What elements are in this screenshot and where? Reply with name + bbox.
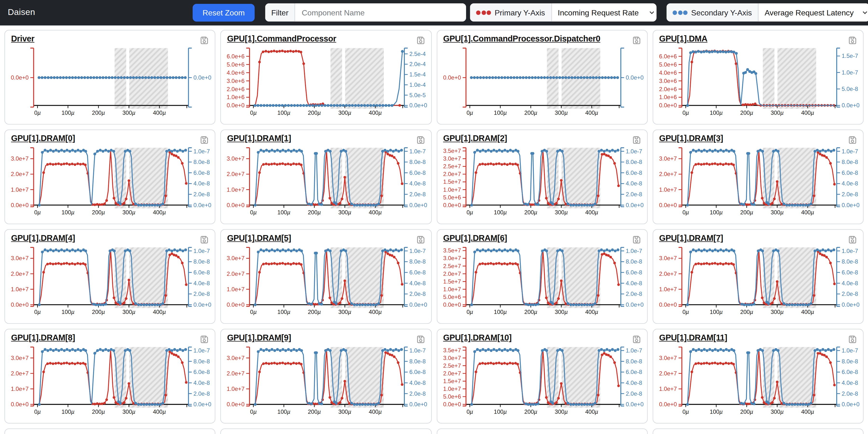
timeline-chart[interactable]: 0µ100µ200µ300µ400µ0.0e+01.0e+72.0e+73.0e…: [221, 144, 431, 224]
timeline-chart[interactable]: 0µ100µ200µ300µ400µ0.0e+00.0e+0: [437, 44, 647, 124]
svg-text:2.5e+7: 2.5e+7: [443, 163, 461, 169]
svg-text:0.0e+0: 0.0e+0: [409, 102, 427, 109]
timeline-chart[interactable]: 0µ100µ200µ300µ400µ0.0e+01.0e+62.0e+63.0e…: [653, 44, 863, 124]
left-y-axis: 0.0e+01.0e+62.0e+63.0e+64.0e+65.0e+66.0e…: [659, 48, 682, 109]
svg-text:400µ: 400µ: [369, 309, 382, 315]
timeline-chart[interactable]: 0µ100µ200µ300µ400µ0.0e+01.0e+62.0e+63.0e…: [221, 44, 431, 124]
svg-text:3.0e+7: 3.0e+7: [659, 355, 677, 361]
svg-text:3.0e+7: 3.0e+7: [227, 355, 245, 361]
svg-text:2.0e-8: 2.0e-8: [409, 290, 426, 297]
component-title-link[interactable]: GPU[1].DRAM[7]: [659, 233, 723, 243]
save-chart-button[interactable]: [631, 235, 641, 245]
save-chart-button[interactable]: [415, 135, 425, 145]
chart-panel: GPU[1].DRAM[2] 0µ100µ200µ300µ400µ0.0e+05…: [436, 129, 647, 224]
secondary-axis-dots-icon: [673, 10, 688, 14]
component-title-link[interactable]: GPU[1].DMA: [659, 34, 707, 43]
svg-text:400µ: 400µ: [801, 408, 814, 415]
save-chart-button[interactable]: [631, 35, 641, 45]
timeline-chart[interactable]: 0µ100µ200µ300µ400µ0.0e+01.0e+72.0e+73.0e…: [5, 343, 215, 423]
save-chart-button[interactable]: [847, 334, 858, 344]
save-chart-button[interactable]: [847, 135, 858, 145]
save-chart-button[interactable]: [199, 35, 209, 45]
svg-text:4.0e-8: 4.0e-8: [625, 180, 642, 187]
svg-text:200µ: 200µ: [92, 309, 105, 315]
component-title-link[interactable]: Driver: [11, 34, 34, 43]
timeline-chart[interactable]: 0µ100µ200µ300µ400µ0.0e+00.0e+0: [5, 44, 215, 124]
svg-text:8.0e-8: 8.0e-8: [841, 358, 858, 365]
save-chart-button[interactable]: [415, 334, 425, 344]
right-y-axis: 0.0e+02.0e-84.0e-86.0e-88.0e-81.0e-7: [837, 148, 860, 208]
component-title-link[interactable]: GPU[1].CommandProcessor.Dispatcher0: [443, 34, 600, 43]
timeline-chart[interactable]: 0µ100µ200µ300µ400µ0.0e+01.0e+72.0e+73.0e…: [653, 343, 863, 423]
component-title-link[interactable]: GPU[1].DRAM[5]: [227, 233, 291, 243]
svg-text:100µ: 100µ: [494, 408, 506, 415]
svg-text:2.0e+7: 2.0e+7: [11, 271, 29, 277]
save-chart-button[interactable]: [199, 135, 209, 145]
timeline-chart[interactable]: 0µ100µ200µ300µ400µ0.0e+01.0e+72.0e+73.0e…: [5, 244, 215, 323]
timeline-chart[interactable]: 0µ100µ200µ300µ400µ0.0e+05.0e+61.0e+71.5e…: [437, 244, 647, 323]
timeline-chart[interactable]: 0µ100µ200µ300µ400µ0.0e+01.0e+72.0e+73.0e…: [221, 343, 431, 423]
left-y-axis: 0.0e+05.0e+61.0e+71.5e+72.0e+72.5e+73.0e…: [443, 347, 466, 407]
component-title-link[interactable]: GPU[1].DRAM[0]: [11, 133, 75, 143]
svg-text:4.0e-8: 4.0e-8: [841, 379, 858, 386]
save-chart-button[interactable]: [631, 334, 641, 344]
svg-text:0µ: 0µ: [466, 408, 473, 415]
svg-text:0.0e+0: 0.0e+0: [443, 202, 461, 208]
component-title-link[interactable]: GPU[1].DRAM[3]: [659, 133, 723, 143]
component-title-link[interactable]: GPU[1].DRAM[10]: [443, 333, 512, 342]
svg-text:0µ: 0µ: [250, 408, 257, 415]
svg-text:0.0e+0: 0.0e+0: [11, 401, 29, 407]
timeline-chart[interactable]: 0µ100µ200µ300µ400µ0.0e+01.0e+72.0e+73.0e…: [653, 244, 863, 323]
svg-text:8.0e-8: 8.0e-8: [841, 159, 858, 165]
svg-text:6.0e-8: 6.0e-8: [625, 269, 642, 276]
save-chart-button[interactable]: [415, 35, 425, 45]
svg-text:400µ: 400µ: [801, 309, 814, 315]
save-chart-button[interactable]: [631, 135, 641, 145]
right-y-axis: 0.0e+02.0e-84.0e-86.0e-88.0e-81.0e-7: [837, 247, 860, 308]
svg-text:2.0e-8: 2.0e-8: [625, 390, 642, 397]
svg-text:400µ: 400µ: [153, 110, 166, 116]
svg-text:100µ: 100µ: [61, 110, 74, 116]
floppy-disk-icon: [415, 334, 425, 344]
component-title-link[interactable]: GPU[1].DRAM[6]: [443, 233, 507, 243]
reset-zoom-button[interactable]: Reset Zoom: [193, 4, 255, 22]
component-title-link[interactable]: GPU[1].DRAM[11]: [659, 333, 727, 342]
component-title-link[interactable]: GPU[1].DRAM[9]: [227, 333, 291, 342]
save-chart-button[interactable]: [199, 235, 209, 245]
save-chart-button[interactable]: [199, 334, 209, 344]
svg-text:1.0e-7: 1.0e-7: [625, 347, 642, 354]
primary-axis-label-wrap: Primary Y-Axis: [470, 3, 552, 22]
blue-series: [470, 76, 619, 79]
svg-text:0.0e+0: 0.0e+0: [193, 202, 211, 208]
component-title-link[interactable]: GPU[1].DRAM[8]: [11, 333, 75, 342]
save-chart-button[interactable]: [847, 235, 858, 245]
right-y-axis: 0.0e+02.0e-84.0e-86.0e-88.0e-81.0e-7: [621, 347, 644, 407]
timeline-chart[interactable]: 0µ100µ200µ300µ400µ0.0e+01.0e+72.0e+73.0e…: [5, 144, 215, 224]
component-title-link[interactable]: GPU[1].DRAM[4]: [11, 233, 75, 243]
component-title-link[interactable]: GPU[1].CommandProcessor: [227, 34, 336, 43]
svg-text:3.0e+7: 3.0e+7: [11, 355, 29, 361]
left-y-axis: 0.0e+01.0e+62.0e+63.0e+64.0e+65.0e+66.0e…: [227, 48, 250, 109]
svg-text:2.0e-8: 2.0e-8: [841, 191, 858, 197]
timeline-chart[interactable]: 0µ100µ200µ300µ400µ0.0e+01.0e+72.0e+73.0e…: [221, 244, 431, 323]
timeline-chart[interactable]: 0µ100µ200µ300µ400µ0.0e+05.0e+61.0e+71.5e…: [437, 144, 647, 224]
timeline-chart[interactable]: 0µ100µ200µ300µ400µ0.0e+05.0e+61.0e+71.5e…: [437, 343, 647, 423]
svg-text:3.0e+7: 3.0e+7: [443, 155, 461, 162]
svg-text:1.5e-4: 1.5e-4: [409, 71, 426, 78]
component-title-link[interactable]: GPU[1].DRAM[1]: [227, 133, 291, 143]
primary-axis-dots-icon: [476, 10, 492, 14]
component-name-input[interactable]: [295, 3, 466, 22]
svg-text:2.5e+7: 2.5e+7: [443, 362, 461, 369]
secondary-metric-select[interactable]: Average Request Latency: [758, 3, 868, 22]
right-y-axis: 0.0e+02.0e-84.0e-86.0e-88.0e-81.0e-7: [621, 148, 644, 208]
svg-text:1.0e-4: 1.0e-4: [409, 82, 426, 88]
save-chart-button[interactable]: [415, 235, 425, 245]
primary-metric-select[interactable]: Incoming Request Rate: [552, 3, 656, 22]
save-chart-button[interactable]: [847, 35, 858, 45]
svg-text:3.0e+7: 3.0e+7: [11, 255, 29, 261]
svg-text:1.0e+7: 1.0e+7: [659, 286, 677, 292]
svg-text:200µ: 200µ: [308, 209, 321, 216]
timeline-chart[interactable]: 0µ100µ200µ300µ400µ0.0e+01.0e+72.0e+73.0e…: [653, 144, 863, 224]
component-title-link[interactable]: GPU[1].DRAM[2]: [443, 133, 507, 143]
svg-text:400µ: 400µ: [801, 110, 814, 116]
